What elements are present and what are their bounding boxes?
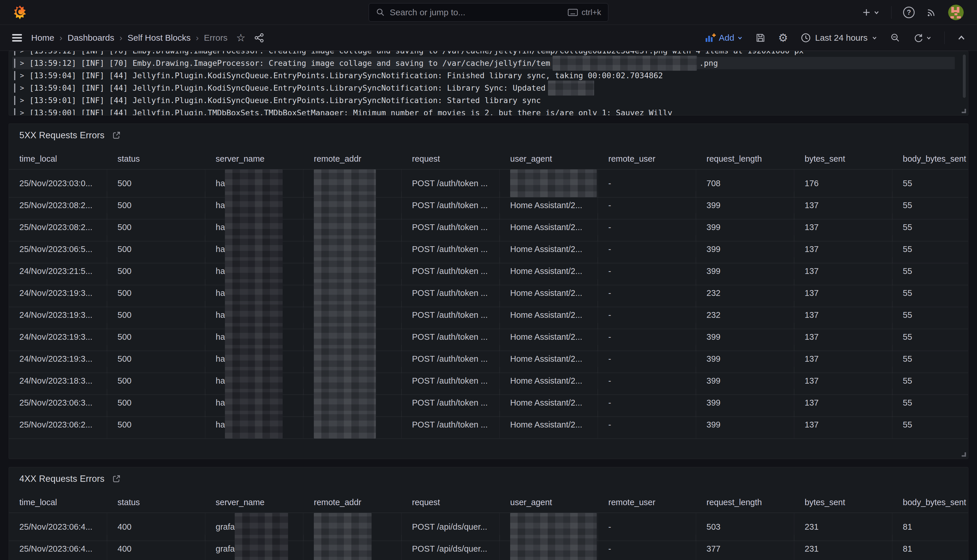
log-scrollbar[interactable] bbox=[963, 55, 966, 98]
column-header[interactable]: user_agent bbox=[500, 149, 598, 170]
table-row: 25/Nov/2023:03:0...500haPOST /auth/token… bbox=[9, 170, 968, 192]
log-text: [13:59:12] [INF] [70] Emby.Drawing.Image… bbox=[29, 56, 955, 71]
table-panel-5xx: 5XX Requests Errorstime_localstatusserve… bbox=[9, 123, 968, 459]
log-row[interactable]: >[13:59:04] [INF] [44] Jellyfin.Plugin.K… bbox=[12, 82, 955, 94]
column-header[interactable]: time_local bbox=[9, 492, 107, 513]
column-header[interactable]: remote_addr bbox=[303, 149, 402, 170]
log-row[interactable]: >[13:59:00] [INF] [44] Jellyfin.Plugin.T… bbox=[12, 107, 955, 115]
column-header[interactable]: request_length bbox=[696, 492, 794, 513]
log-level-bar bbox=[14, 108, 15, 116]
log-level-bar bbox=[14, 96, 15, 105]
refresh-button[interactable] bbox=[913, 33, 932, 43]
expand-chevron-icon[interactable]: > bbox=[20, 97, 24, 105]
panel-title[interactable]: 4XX Requests Errors bbox=[19, 474, 105, 484]
table-cell-text: grafa bbox=[216, 544, 235, 553]
column-header[interactable]: body_bytes_sent bbox=[892, 149, 968, 170]
table-cell: 25/Nov/2023:06:4... bbox=[9, 535, 107, 560]
mega-menu-button[interactable] bbox=[12, 33, 23, 42]
search-icon bbox=[376, 8, 385, 17]
log-text-segment: [13:59:12] [INF] [70] Emby.Drawing.Image… bbox=[29, 51, 804, 55]
table-cell: 500 bbox=[107, 411, 205, 439]
log-row[interactable]: >[13:59:04] [INF] [44] Jellyfin.Plugin.K… bbox=[12, 69, 955, 82]
panel-link-icon[interactable] bbox=[112, 475, 121, 483]
collapse-toolbar-button[interactable] bbox=[957, 34, 965, 41]
search-input[interactable]: Search or jump to... ctrl+k bbox=[369, 3, 608, 22]
hamburger-icon bbox=[12, 33, 23, 42]
column-header[interactable]: status bbox=[107, 149, 205, 170]
table-cell-text: ha bbox=[216, 245, 225, 254]
table-cell: POST /api/ds/quer... bbox=[402, 535, 500, 560]
help-icon: ? bbox=[903, 7, 915, 18]
grafana-logo[interactable] bbox=[13, 5, 27, 20]
expand-chevron-icon[interactable]: > bbox=[20, 51, 24, 55]
column-header[interactable]: status bbox=[107, 492, 205, 513]
top-nav-bar: Search or jump to... ctrl+k bbox=[0, 0, 977, 25]
panel-link-icon[interactable] bbox=[112, 131, 121, 140]
add-panel-button[interactable]: Add bbox=[705, 33, 743, 43]
log-text-segment: [13:59:04] [INF] [44] Jellyfin.Plugin.Ko… bbox=[29, 83, 545, 92]
log-text-segment: .png bbox=[699, 58, 718, 68]
column-header[interactable]: remote_user bbox=[598, 492, 696, 513]
table-cell: 137 bbox=[794, 411, 892, 439]
column-header[interactable]: request_length bbox=[696, 149, 794, 170]
expand-chevron-icon[interactable]: > bbox=[20, 59, 24, 67]
news-button[interactable] bbox=[926, 7, 937, 18]
log-text-segment: [13:59:12] [INF] [70] Emby.Drawing.Image… bbox=[29, 58, 550, 68]
redacted-cell bbox=[303, 411, 402, 439]
column-header[interactable]: remote_user bbox=[598, 149, 696, 170]
share-icon bbox=[254, 33, 265, 43]
zoom-out-icon bbox=[890, 33, 900, 43]
redacted-cell bbox=[303, 535, 402, 560]
expand-chevron-icon[interactable]: > bbox=[20, 72, 24, 80]
redacted-block bbox=[314, 535, 372, 560]
breadcrumb-item[interactable]: Errors bbox=[204, 33, 227, 43]
log-row[interactable]: >[13:59:01] [INF] [44] Jellyfin.Plugin.K… bbox=[12, 94, 955, 107]
expand-chevron-icon[interactable]: > bbox=[20, 109, 24, 116]
table-cell-text: ha bbox=[216, 376, 225, 386]
panel-resize-handle[interactable] bbox=[962, 452, 966, 457]
column-header[interactable]: request bbox=[402, 492, 500, 513]
column-header[interactable]: server_name bbox=[205, 492, 303, 513]
time-range-label: Last 24 hours bbox=[815, 33, 868, 43]
breadcrumb-item[interactable]: Home bbox=[31, 33, 54, 43]
new-menu-button[interactable] bbox=[862, 8, 880, 17]
dashboard-toolbar: Home›Dashboards›Self Host Blocks›Errors … bbox=[0, 25, 977, 51]
redacted-cell bbox=[500, 170, 598, 197]
log-row[interactable]: >[13:59:12] [INF] [70] Emby.Drawing.Imag… bbox=[12, 57, 955, 69]
breadcrumb-item[interactable]: Self Host Blocks bbox=[128, 33, 190, 43]
dashboard-settings-button[interactable]: ⚙ bbox=[778, 32, 788, 43]
chevron-down-icon bbox=[737, 35, 743, 41]
column-header[interactable]: bytes_sent bbox=[794, 492, 892, 513]
bar-chart-plus-icon bbox=[705, 33, 716, 43]
table-cell: POST /auth/token ... bbox=[402, 411, 500, 439]
expand-chevron-icon[interactable]: > bbox=[20, 84, 24, 92]
table-header-row: time_localstatusserver_nameremote_addrre… bbox=[9, 492, 968, 513]
breadcrumb-item[interactable]: Dashboards bbox=[68, 33, 114, 43]
panel-resize-handle[interactable] bbox=[962, 109, 966, 113]
breadcrumb-separator: › bbox=[120, 33, 122, 43]
column-header[interactable]: server_name bbox=[205, 149, 303, 170]
favorite-star-button[interactable]: ☆ bbox=[236, 33, 245, 43]
table-cell-text: ha bbox=[216, 267, 225, 276]
user-avatar[interactable] bbox=[948, 5, 964, 20]
column-header[interactable]: time_local bbox=[9, 149, 107, 170]
table-panel-4xx: 4XX Requests Errorstime_localstatusserve… bbox=[9, 467, 968, 560]
column-header[interactable]: request bbox=[402, 149, 500, 170]
column-header[interactable]: remote_addr bbox=[303, 492, 402, 513]
panel-title[interactable]: 5XX Requests Errors bbox=[19, 130, 105, 141]
log-text: [13:59:01] [INF] [44] Jellyfin.Plugin.Ko… bbox=[29, 96, 955, 105]
log-text: [13:59:12] [INF] [70] Emby.Drawing.Image… bbox=[29, 51, 955, 55]
column-header[interactable]: body_bytes_sent bbox=[892, 492, 968, 513]
help-button[interactable]: ? bbox=[903, 7, 915, 18]
column-header[interactable]: user_agent bbox=[500, 492, 598, 513]
chevron-down-icon bbox=[926, 35, 932, 41]
column-header[interactable]: bytes_sent bbox=[794, 149, 892, 170]
table-cell: 399 bbox=[696, 411, 794, 439]
table-cell-text: ha bbox=[216, 398, 225, 408]
breadcrumb-separator: › bbox=[60, 33, 62, 43]
share-button[interactable] bbox=[254, 33, 265, 43]
table-cell: 81 bbox=[892, 535, 968, 560]
zoom-out-button[interactable] bbox=[890, 33, 900, 43]
save-dashboard-button[interactable] bbox=[755, 33, 765, 43]
time-range-picker[interactable]: Last 24 hours bbox=[800, 33, 877, 43]
